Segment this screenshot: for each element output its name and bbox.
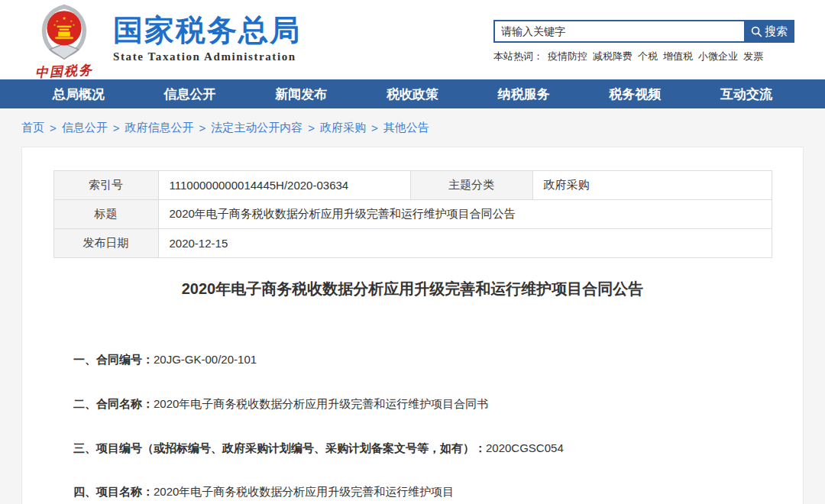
svg-text:★: ★ <box>62 15 66 21</box>
nav-item-interaction[interactable]: 互动交流 <box>720 86 772 103</box>
svg-text:★: ★ <box>73 23 76 27</box>
document-meta-table: 索引号 11100000000014445H/2020-03634 主题分类 政… <box>53 170 772 258</box>
project-name-value: 2020年电子商务税收数据分析应用升级完善和运行维护项目 <box>154 485 454 498</box>
site-header: ★ ★ ★ ★ ★ 中国税务 国家税务总局 State Taxation Adm… <box>0 0 825 79</box>
nav-item-info-disclosure[interactable]: 信息公开 <box>164 86 216 103</box>
search-input[interactable] <box>493 20 744 43</box>
hot-word-link[interactable]: 疫情防控 <box>548 50 587 62</box>
meta-index-value: 11100000000014445H/2020-03634 <box>158 171 410 200</box>
nav-item-tax-video[interactable]: 税务视频 <box>609 86 661 103</box>
meta-date-label: 发布日期 <box>53 229 158 258</box>
nav-item-tax-policy[interactable]: 税收政策 <box>387 86 438 103</box>
contract-number-label: 一、合同编号： <box>73 353 154 366</box>
logo-calligraphy-caption: 中国税务 <box>25 60 102 82</box>
meta-row-date: 发布日期 2020-12-15 <box>53 229 772 258</box>
search-button-label: 搜索 <box>765 24 788 39</box>
breadcrumb-gov-info[interactable]: 政府信息公开 <box>125 121 194 135</box>
meta-row-title: 标题 2020年电子商务税收数据分析应用升级完善和运行维护项目合同公告 <box>53 200 772 229</box>
hot-word-link[interactable]: 个税 <box>638 50 658 62</box>
nav-item-overview[interactable]: 总局概况 <box>53 86 105 103</box>
meta-date-value: 2020-12-15 <box>158 229 772 258</box>
search-area: 搜索 本站热词：疫情防控减税降费个税增值税小微企业发票 <box>493 20 794 63</box>
breadcrumb-gov-procurement[interactable]: 政府采购 <box>320 121 366 135</box>
site-logo[interactable]: ★ ★ ★ ★ ★ 中国税务 国家税务总局 State Taxation Adm… <box>26 3 301 80</box>
svg-text:★: ★ <box>53 23 57 27</box>
contract-name-value: 2020年电子商务税收数据分析应用升级完善和运行维护项目合同书 <box>154 397 488 410</box>
project-name-label: 四、项目名称： <box>73 485 154 498</box>
meta-row-index: 索引号 11100000000014445H/2020-03634 主题分类 政… <box>53 171 772 200</box>
breadcrumb-info-disclosure[interactable]: 信息公开 <box>62 121 108 135</box>
site-title: 国家税务总局 <box>113 15 301 47</box>
breadcrumb-separator: > <box>50 121 57 134</box>
search-button[interactable]: 搜索 <box>744 20 794 43</box>
main-nav: 总局概况 信息公开 新闻发布 税收政策 纳税服务 税务视频 互动交流 <box>0 79 825 108</box>
site-subtitle: State Taxation Administration <box>113 50 301 63</box>
meta-index-label: 索引号 <box>53 171 158 200</box>
project-number-value: 2020CGSC054 <box>486 441 564 454</box>
article-body: 一、合同编号：20JG-GK-00/20-101 二、合同名称：2020年电子商… <box>22 353 803 499</box>
hot-words-label: 本站热词： <box>493 50 543 62</box>
hot-word-link[interactable]: 发票 <box>743 50 763 62</box>
meta-title-value: 2020年电子商务税收数据分析应用升级完善和运行维护项目合同公告 <box>158 200 772 229</box>
article-card: 索引号 11100000000014445H/2020-03634 主题分类 政… <box>21 147 804 504</box>
project-name-line: 四、项目名称：2020年电子商务税收数据分析应用升级完善和运行维护项目 <box>73 485 768 499</box>
contract-number-line: 一、合同编号：20JG-GK-00/20-101 <box>73 353 768 367</box>
breadcrumb: 首页 > 信息公开 > 政府信息公开 > 法定主动公开内容 > 政府采购 > 其… <box>0 108 825 147</box>
search-icon <box>751 26 762 37</box>
project-number-line: 三、项目编号（或招标编号、政府采购计划编号、采购计划备案文号等，如有）：2020… <box>73 441 768 456</box>
contract-number-value: 20JG-GK-00/20-101 <box>154 353 257 366</box>
breadcrumb-separator: > <box>308 121 315 134</box>
hot-word-link[interactable]: 减税降费 <box>593 50 632 62</box>
nav-item-news[interactable]: 新闻发布 <box>275 86 327 103</box>
meta-category-value: 政府采购 <box>532 171 772 200</box>
article-title: 2020年电子商务税收数据分析应用升级完善和运行维护项目合同公告 <box>68 278 757 299</box>
nav-item-tax-service[interactable]: 纳税服务 <box>498 86 550 103</box>
hot-word-link[interactable]: 增值税 <box>663 50 693 62</box>
hot-words-bar: 本站热词：疫情防控减税降费个税增值税小微企业发票 <box>493 50 794 63</box>
contract-name-label: 二、合同名称： <box>73 397 154 410</box>
project-number-label: 三、项目编号（或招标编号、政府采购计划编号、采购计划备案文号等，如有）： <box>73 441 486 454</box>
breadcrumb-home[interactable]: 首页 <box>21 121 44 135</box>
svg-text:★: ★ <box>56 19 59 23</box>
meta-title-label: 标题 <box>53 200 158 229</box>
breadcrumb-statutory-disclosure[interactable]: 法定主动公开内容 <box>211 121 302 135</box>
meta-category-label: 主题分类 <box>410 171 532 200</box>
breadcrumb-separator: > <box>113 121 120 134</box>
breadcrumb-separator: > <box>199 121 206 134</box>
contract-name-line: 二、合同名称：2020年电子商务税收数据分析应用升级完善和运行维护项目合同书 <box>73 397 768 412</box>
breadcrumb-other-notices[interactable]: 其他公告 <box>383 121 429 135</box>
hot-word-link[interactable]: 小微企业 <box>698 50 738 62</box>
breadcrumb-separator: > <box>371 121 378 134</box>
